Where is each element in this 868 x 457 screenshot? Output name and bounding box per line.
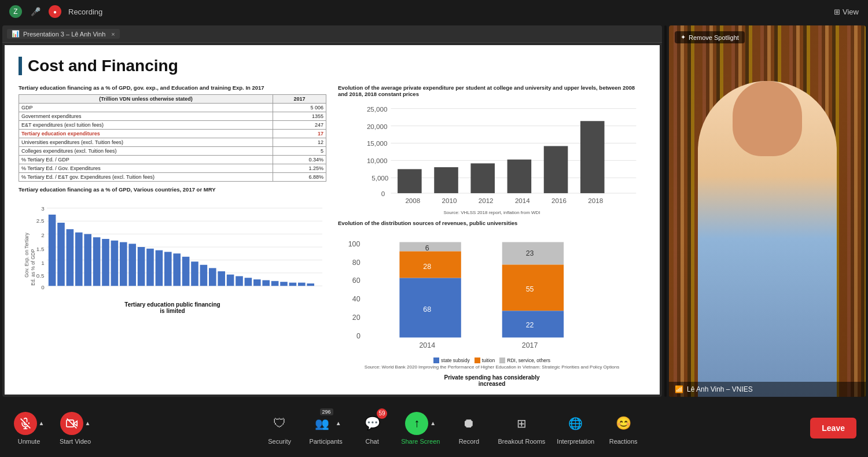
svg-text:3: 3 [41,205,45,212]
svg-rect-18 [84,234,91,286]
slide-title: Cost and Financing [19,57,646,75]
participants-count: 296 [320,408,333,415]
slide-right-column: Evolution of the average private expendi… [338,84,646,376]
participants-button[interactable]: 👥 ▲ 296 Participants [308,412,343,445]
slide-content: Cost and Financing Tertiary education fi… [5,45,660,395]
bottom-left-caption: Tertiary education public financingis li… [19,301,326,314]
svg-text:2008: 2008 [405,197,420,204]
presentation-icon: 📊 [12,30,20,38]
legend-rdi: RDI, service, others [499,358,550,363]
legend-state: state subsidy [433,358,470,363]
slide-panel: 📊 Presentation 3 – Lê Anh Vinh × Cost an… [2,25,662,397]
slide-inner: Cost and Financing Tertiary education fi… [5,45,660,395]
remove-spotlight-button[interactable]: ✦ Remove Spotlight [675,31,745,43]
svg-text:15,000: 15,000 [367,139,388,147]
presenter-body [698,81,837,397]
start-video-button[interactable]: ▲ Start Video [58,412,93,445]
participants-icon: 👥 [311,412,334,435]
svg-text:100: 100 [348,239,361,248]
svg-text:2014: 2014 [515,197,530,204]
video-chevron[interactable]: ▲ [85,420,91,426]
legend-rdi-color [499,358,505,363]
unmute-button[interactable]: ▲ Unmute [12,412,46,445]
svg-text:20: 20 [352,314,361,322]
country-chart-title: Tertiary education financing as a % of G… [19,186,326,193]
reactions-icon-area: 😊 [612,412,635,435]
svg-rect-32 [209,268,216,286]
recording-label: Recording [68,8,102,16]
unmute-icon-area: ▲ [14,412,45,435]
chat-badge: 59 [377,408,387,419]
security-icon: 🛡 [268,412,291,435]
svg-text:68: 68 [423,305,431,314]
slide-tab-label: Presentation 3 – Lê Anh Vinh [23,31,105,38]
table-row: Colleges expenditures (excl. Tuition fee… [19,147,326,156]
svg-rect-30 [191,261,198,286]
svg-text:Gov. Exp. on Tertiary: Gov. Exp. on Tertiary [24,232,30,277]
breakout-rooms-button[interactable]: ⊞ Breakout Rooms [498,412,545,445]
interpretation-button[interactable]: 🌐 Interpretation [557,412,594,445]
security-button[interactable]: 🛡 Security [262,412,297,445]
svg-rect-33 [218,271,225,286]
share-screen-icon-area: ↑ ▲ [405,412,436,435]
svg-text:0.5: 0.5 [36,272,45,279]
slide-tab-bar: 📊 Presentation 3 – Lê Anh Vinh × [2,25,662,43]
svg-rect-20 [102,239,109,286]
svg-text:40: 40 [352,295,361,303]
svg-text:2017: 2017 [522,341,538,349]
svg-rect-40 [280,282,288,286]
svg-rect-37 [253,279,261,286]
svg-text:0: 0 [381,190,385,197]
svg-rect-19 [93,237,101,286]
table-row: GDP 5 006 [19,104,326,112]
left-section-title: Tertiary education financing as a % of G… [19,84,326,91]
reactions-button[interactable]: 😊 Reactions [606,412,641,445]
view-button[interactable]: ⊞ View [834,8,859,16]
bottom-right-caption: Private spending has considerablyincreas… [338,374,646,387]
svg-text:22: 22 [526,321,534,329]
chart1-source: Source: VHLSS 2018 report, inflation fro… [338,210,646,215]
svg-rect-62 [544,146,568,193]
table-row: Universities expenditures (excl. Tuition… [19,138,326,147]
mic-muted-icon [14,412,37,435]
legend-tuition: tuition [475,358,495,363]
slide-tab[interactable]: 📊 Presentation 3 – Lê Anh Vinh × [7,29,120,39]
close-tab-button[interactable]: × [111,31,115,38]
svg-rect-31 [200,265,208,286]
camera-video-area: 📶 Lê Anh Vinh – VNIES [669,25,866,397]
record-icon-area: ⏺ [457,412,480,435]
svg-rect-36 [245,278,252,286]
record-label: Record [459,438,479,445]
interpretation-icon: 🌐 [564,412,587,435]
view-icon: ⊞ [834,8,840,16]
participants-label: Participants [309,438,342,445]
share-screen-button[interactable]: ↑ ▲ Share Screen [401,412,440,445]
revenue-stacked-chart: 100 80 60 40 20 0 6 28 [338,231,646,354]
top-bar: Z 🎤 ● Recording ⊞ View [0,0,868,23]
svg-text:2: 2 [41,232,44,238]
share-screen-chevron[interactable]: ▲ [430,420,436,426]
svg-text:60: 60 [352,277,361,285]
leave-button[interactable]: Leave [810,418,856,438]
record-button[interactable]: ⏺ Record [451,412,486,445]
chat-button[interactable]: 💬 59 Chat [355,412,389,445]
toolbar-center-group: 🛡 Security 👥 ▲ 296 Participants 💬 59 Cha… [262,412,641,445]
participants-chevron[interactable]: ▲ [336,420,341,426]
svg-rect-16 [67,229,74,286]
country-bar-chart: 3 2.5 2 1.5 1 0.5 0 [19,198,326,296]
chat-icon-area: 💬 59 [361,412,384,435]
svg-text:10,000: 10,000 [367,157,388,164]
svg-marker-94 [73,421,77,425]
svg-rect-41 [289,283,297,286]
svg-text:2012: 2012 [479,197,494,204]
svg-rect-63 [580,121,605,193]
svg-text:Ed. as % of GDP: Ed. as % of GDP [30,249,36,286]
svg-text:2014: 2014 [419,341,435,349]
svg-rect-24 [138,247,145,286]
unmute-chevron[interactable]: ▲ [39,420,45,426]
camera-name-bar: 📶 Lê Anh Vinh – VNIES [669,382,866,397]
table-row: Government expenditures 1355 [19,112,326,121]
svg-text:55: 55 [526,285,534,293]
expenditure-bar-chart: 25,000 20,000 15,000 10,000 5,000 0 [338,102,646,208]
right-section-title1: Evolution of the average private expendi… [338,84,646,97]
